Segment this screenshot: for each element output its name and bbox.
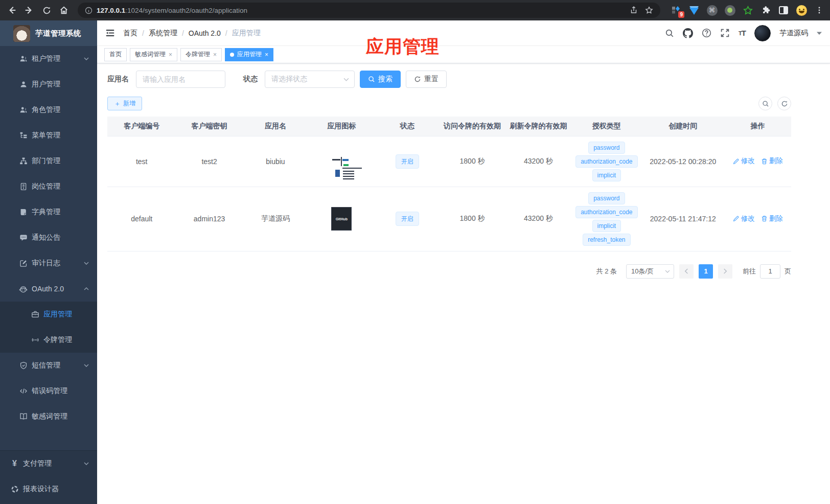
- sidebar-item-label: 岗位管理: [32, 182, 60, 191]
- recorder-extension-icon[interactable]: [724, 5, 735, 16]
- table-toolbar: ＋新增: [107, 97, 791, 110]
- sidebar-item-role[interactable]: 角色管理: [0, 97, 97, 123]
- cell-client-id: default: [107, 187, 176, 251]
- fullscreen-icon[interactable]: [720, 28, 730, 38]
- sidebar-item-audit-log[interactable]: 审计日志: [0, 250, 97, 276]
- add-button[interactable]: ＋新增: [107, 97, 142, 110]
- goto-label: 前往: [743, 267, 756, 276]
- tab-application[interactable]: 应用管理×: [225, 48, 273, 61]
- reload-icon[interactable]: [39, 3, 54, 18]
- address-bar[interactable]: 127.0.0.1:1024/system/oauth2/oauth2/appl…: [78, 3, 660, 18]
- tenant-users-icon: [19, 55, 28, 63]
- prev-page-button[interactable]: [679, 264, 694, 279]
- goto-page-input[interactable]: [760, 264, 780, 279]
- status-badge[interactable]: 开启: [396, 212, 419, 226]
- col-secret: 客户端密钥: [176, 117, 242, 136]
- sidebar-item-dept[interactable]: 部门管理: [0, 148, 97, 174]
- share-icon[interactable]: [630, 6, 638, 14]
- search-icon[interactable]: [665, 29, 674, 38]
- sidebar-item-token[interactable]: 令牌管理: [0, 327, 97, 353]
- delete-label: 删除: [769, 214, 783, 223]
- breadcrumb-system[interactable]: 系统管理: [149, 29, 177, 38]
- site-info-icon[interactable]: [85, 7, 93, 14]
- sidebar-menu-bottom: ¥ 支付管理 报表设计器: [0, 450, 97, 504]
- sidebar-item-menu[interactable]: 菜单管理: [0, 123, 97, 148]
- page-size-select[interactable]: 10条/页: [626, 264, 674, 279]
- payment-yen-icon: ¥: [10, 459, 19, 468]
- roles-icon: [19, 106, 28, 114]
- sidebar-item-oauth[interactable]: OAuth 2.0: [0, 276, 97, 302]
- close-icon[interactable]: ×: [265, 51, 268, 58]
- home-icon[interactable]: [56, 3, 72, 18]
- status-select[interactable]: 请选择状态: [265, 71, 355, 88]
- extension-blocks-icon[interactable]: 9: [671, 5, 682, 16]
- sidebar-logo[interactable]: 芋道管理系统: [0, 20, 97, 46]
- delete-label: 删除: [769, 156, 783, 166]
- username[interactable]: 芋道源码: [779, 29, 808, 38]
- breadcrumb-oauth[interactable]: OAuth 2.0: [189, 29, 221, 37]
- font-size-icon[interactable]: TT: [739, 29, 746, 37]
- close-icon[interactable]: ×: [169, 51, 172, 58]
- cell-status: 开启: [375, 187, 440, 251]
- sidebar-item-label: 审计日志: [32, 259, 60, 268]
- breadcrumb-home[interactable]: 首页: [123, 29, 137, 38]
- help-icon[interactable]: [702, 28, 711, 38]
- user-caret-icon[interactable]: [817, 32, 822, 35]
- sidebar-item-report-designer[interactable]: 报表设计器: [0, 476, 97, 502]
- sidebar-item-user[interactable]: 用户管理: [0, 72, 97, 97]
- main-area: 首页 / 系统管理 / OAuth 2.0 / 应用管理 TT 芋道源码: [97, 20, 830, 504]
- next-page-button[interactable]: [718, 264, 732, 279]
- sidebar-item-label: 敏感词管理: [32, 412, 67, 421]
- tab-sensitive-word[interactable]: 敏感词管理×: [130, 48, 177, 61]
- back-icon[interactable]: [4, 3, 19, 18]
- tab-token[interactable]: 令牌管理×: [180, 48, 222, 61]
- sidebar-item-dict[interactable]: 字典管理: [0, 199, 97, 225]
- browser-menu-icon[interactable]: [814, 5, 825, 16]
- sidebar-item-notice[interactable]: 通知公告: [0, 225, 97, 250]
- side-panel-icon[interactable]: [778, 5, 789, 16]
- tab-home[interactable]: 首页: [104, 48, 127, 61]
- close-icon[interactable]: ×: [213, 51, 217, 58]
- page-number-button[interactable]: 1: [699, 264, 713, 279]
- app-screenshot-icon: [341, 157, 342, 166]
- avatar[interactable]: [754, 25, 771, 41]
- github-logo-icon: GitHub: [331, 207, 352, 231]
- delete-button[interactable]: 删除: [761, 214, 783, 223]
- menu-tree-icon: [19, 131, 28, 140]
- status-label: 状态: [243, 75, 258, 84]
- report-designer-icon: [10, 485, 19, 493]
- forward-icon[interactable]: [21, 3, 37, 18]
- cell-refresh-validity: 43200 秒: [505, 187, 571, 251]
- grant-tag: refresh_token: [583, 234, 630, 246]
- applications-table: 客户端编号 客户端密钥 应用名 应用图标 状态 访问令牌的有效期 刷新令牌的有效…: [107, 117, 791, 251]
- sidebar-item-tenant[interactable]: 租户管理: [0, 46, 97, 72]
- edit-button[interactable]: 修改: [733, 156, 755, 166]
- gem-extension-icon[interactable]: [688, 5, 700, 16]
- sidebar-item-sms[interactable]: 短信管理: [0, 353, 97, 378]
- refresh-icon[interactable]: [777, 97, 791, 110]
- search-button[interactable]: 搜索: [360, 71, 401, 88]
- sidebar-item-application[interactable]: 应用管理: [0, 302, 97, 327]
- status-badge[interactable]: 开启: [396, 154, 419, 169]
- sidebar-toggle-icon[interactable]: [105, 28, 115, 38]
- edit-button[interactable]: 修改: [733, 214, 755, 223]
- reset-button[interactable]: 重置: [406, 71, 447, 88]
- github-icon[interactable]: [683, 28, 693, 38]
- show-search-icon[interactable]: [758, 97, 772, 110]
- emoji-extension-icon[interactable]: [796, 5, 807, 16]
- sidebar-item-error-code[interactable]: 错误码管理: [0, 378, 97, 404]
- delete-button[interactable]: 删除: [761, 156, 783, 166]
- green-star-extension-icon[interactable]: [742, 5, 753, 16]
- sidebar-item-payment[interactable]: ¥ 支付管理: [0, 451, 97, 476]
- command-extension-icon[interactable]: ⌘: [706, 5, 718, 16]
- cell-created: 2022-05-12 00:28:20: [641, 136, 724, 187]
- bookmark-star-icon[interactable]: [645, 6, 653, 14]
- grant-tag: password: [588, 192, 625, 204]
- app-name-input[interactable]: [136, 71, 225, 88]
- token-signal-icon: [31, 336, 39, 344]
- extensions-puzzle-icon[interactable]: [760, 5, 771, 16]
- sidebar-item-post[interactable]: 岗位管理: [0, 174, 97, 199]
- sidebar-item-sensitive-word[interactable]: 敏感词管理: [0, 404, 97, 429]
- cell-actions: 修改删除: [725, 136, 791, 187]
- grant-tag: authorization_code: [575, 206, 637, 218]
